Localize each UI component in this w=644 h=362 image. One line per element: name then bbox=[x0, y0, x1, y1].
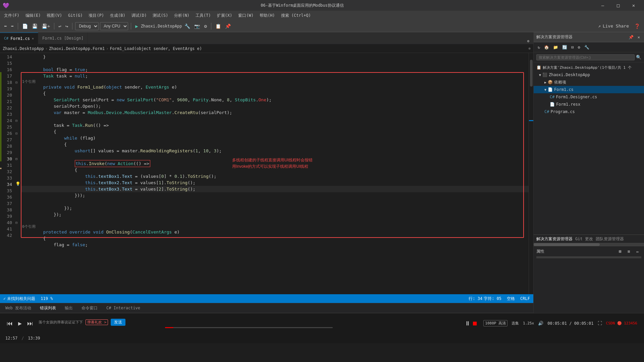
save-button[interactable]: 💾 bbox=[31, 23, 39, 30]
forward-button[interactable]: ➡ bbox=[9, 23, 15, 30]
se-form1-cs[interactable]: ▼ 📄 Form1.cs bbox=[534, 86, 644, 93]
se-project[interactable]: ▼ ⬛ Zhaoxi.DesktopApp bbox=[534, 71, 644, 79]
se-wrench-button[interactable]: 🔧 bbox=[583, 44, 591, 50]
video-select[interactable]: 选集 bbox=[512, 321, 519, 326]
se-btab-git[interactable]: Git 更改 bbox=[575, 236, 593, 242]
video-speed[interactable]: 1.25x bbox=[523, 321, 534, 325]
se-settings-button[interactable]: ⚙ bbox=[576, 44, 581, 50]
prop-scrollbar[interactable] bbox=[536, 256, 641, 258]
se-solution-root[interactable]: 📋 解决方案'Zhaoxi.DesktopApp'(1个项目/共 1 个 bbox=[534, 64, 644, 71]
se-btab-solution[interactable]: 解决方案资源管理器 bbox=[536, 236, 573, 242]
prop-icon-1[interactable]: ⊞ bbox=[616, 248, 624, 255]
bottom-tab-output[interactable]: 输出 bbox=[61, 304, 77, 312]
scroll-thumb[interactable] bbox=[530, 60, 533, 87]
stop-button[interactable]: ⏹ bbox=[472, 320, 478, 327]
menu-window[interactable]: 窗口(W) bbox=[235, 11, 256, 20]
bc-part-2[interactable]: Zhaoxi.DesktopApp.Form1 bbox=[49, 46, 105, 51]
status-encoding[interactable]: CRLF bbox=[520, 296, 530, 302]
video-send-btn[interactable]: 发送 bbox=[111, 319, 125, 326]
save-all-button[interactable]: 💾+ bbox=[40, 23, 51, 30]
se-program-cs[interactable]: C# Program.cs bbox=[534, 108, 644, 115]
se-dependencies[interactable]: ▶ 📦 依赖项 bbox=[534, 79, 644, 86]
fold-21 bbox=[15, 98, 21, 105]
back-button[interactable]: ⬅ bbox=[3, 23, 8, 30]
video-badge[interactable]: 弹幕礼欢 > bbox=[86, 319, 108, 325]
toolbar-btn-6[interactable]: 📷 bbox=[193, 23, 201, 30]
bc-part-3[interactable]: Form1_Load(object sender, EventArgs e) bbox=[110, 46, 202, 51]
bottom-tab-web[interactable]: Web 发布活动 bbox=[1, 304, 35, 312]
menu-analyze[interactable]: 分析(N) bbox=[171, 11, 192, 20]
status-spaces[interactable]: 空格 bbox=[507, 296, 515, 302]
toolbar-help-button[interactable]: ❓ bbox=[633, 23, 641, 30]
toolbar-btn-5[interactable]: 🔧 bbox=[183, 23, 192, 30]
debug-config-dropdown[interactable]: Debug bbox=[75, 22, 99, 30]
menu-project[interactable]: 项目(P) bbox=[86, 11, 107, 20]
play-button[interactable]: ▶ bbox=[18, 320, 22, 327]
pause-button[interactable]: ⏸ bbox=[465, 320, 471, 327]
se-form1-resx[interactable]: 📄 Form1.resx bbox=[534, 101, 644, 108]
menu-extensions[interactable]: 扩展(X) bbox=[214, 11, 235, 20]
menu-test[interactable]: 测试(S) bbox=[150, 11, 171, 20]
menu-help[interactable]: 帮助(H) bbox=[257, 11, 278, 20]
se-folder-button[interactable]: 📁 bbox=[552, 44, 559, 50]
prev-button[interactable]: ⏮ bbox=[7, 320, 13, 327]
se-form1-designer[interactable]: C# Form1.Designer.cs bbox=[534, 93, 644, 101]
tab-form1-cs[interactable]: C# Form1.cs ✕ bbox=[0, 33, 38, 44]
editor-scrollbar[interactable] bbox=[529, 53, 533, 294]
code-area[interactable]: } bool flag = true; Task task = null; 1个… bbox=[21, 53, 529, 294]
se-btab-team[interactable]: 团队资源管理器 bbox=[596, 236, 624, 242]
menu-debug[interactable]: 调试(D) bbox=[129, 11, 150, 20]
menu-file[interactable]: 文件(F) bbox=[1, 11, 22, 20]
minimize-button[interactable]: — bbox=[595, 0, 610, 11]
fold-26[interactable]: ⊟ bbox=[15, 130, 21, 137]
close-icon[interactable]: ✕ bbox=[32, 37, 34, 40]
live-share-button[interactable]: ↗ Live Share bbox=[595, 22, 632, 30]
video-fullscreen[interactable]: ⛶ bbox=[598, 321, 602, 326]
toolbar-btn-7[interactable]: ⚙ bbox=[203, 23, 208, 30]
redo-button[interactable]: ↪ bbox=[64, 23, 69, 30]
video-quality[interactable]: 1080P 高清 bbox=[483, 320, 507, 326]
se-sync-button[interactable]: ↻ bbox=[536, 44, 541, 50]
status-error[interactable]: ✓ 未找到相关问题 bbox=[3, 296, 35, 302]
se-refresh-button[interactable]: 🔄 bbox=[561, 44, 569, 50]
undo-button[interactable]: ↩ bbox=[57, 23, 62, 30]
fold-30[interactable]: ⊟ bbox=[15, 156, 21, 162]
menu-view[interactable]: 视图(V) bbox=[44, 11, 65, 20]
new-file-button[interactable]: 📄 bbox=[21, 23, 29, 30]
status-row[interactable]: 行: 34 字符: 05 bbox=[469, 296, 501, 302]
se-collapse-button[interactable]: ⊟ bbox=[570, 44, 575, 50]
prop-icon-2[interactable]: ≡ bbox=[625, 248, 633, 255]
menu-edit[interactable]: 编辑(E) bbox=[23, 11, 44, 20]
bottom-tab-cmd[interactable]: 命令窗口 bbox=[77, 304, 102, 312]
menu-tools[interactable]: 工具(T) bbox=[193, 11, 214, 20]
se-search-input[interactable] bbox=[536, 54, 635, 60]
toolbar-btn-8[interactable]: 📋 bbox=[214, 23, 222, 30]
bottom-tab-errors[interactable]: 错误列表 bbox=[36, 304, 60, 312]
se-pin-button[interactable]: 📌 bbox=[627, 34, 635, 40]
prop-icon-3[interactable]: ✏ bbox=[634, 248, 641, 255]
video-volume[interactable]: 🔊 bbox=[538, 321, 543, 326]
fold-18[interactable]: ⊟ bbox=[15, 79, 21, 86]
toolbar-btn-9[interactable]: 📌 bbox=[224, 23, 232, 30]
bottom-tab-interactive[interactable]: C# Interactive bbox=[102, 304, 144, 312]
maximize-button[interactable]: □ bbox=[610, 0, 626, 11]
menu-git[interactable]: Git(G) bbox=[65, 12, 85, 19]
bc-part-1[interactable]: Zhaoxi.DesktopApp bbox=[3, 46, 44, 51]
se-home-button[interactable]: 🏠 bbox=[543, 44, 550, 50]
close-button[interactable]: ✕ bbox=[626, 0, 641, 11]
editor-content[interactable]: 14 15 16 17 18 19 20 21 22 23 24 25 26 2… bbox=[0, 53, 533, 294]
platform-dropdown[interactable]: Any CPU bbox=[100, 22, 128, 30]
se-scroll-thumb[interactable] bbox=[534, 243, 600, 246]
start-button[interactable]: ▶ bbox=[134, 23, 139, 30]
se-scrollbar[interactable] bbox=[534, 243, 644, 246]
tab-form1-design[interactable]: Form1.cs [Design] bbox=[38, 33, 88, 44]
se-close-button[interactable]: ✕ bbox=[636, 34, 641, 40]
menu-build[interactable]: 生成(B) bbox=[107, 11, 128, 20]
tab-scroll-right[interactable]: ⚙ bbox=[526, 38, 531, 44]
menu-search[interactable]: 搜索 (Ctrl+Q) bbox=[278, 11, 314, 20]
status-zoom[interactable]: 119 % bbox=[41, 296, 53, 301]
fold-24[interactable]: ⊟ bbox=[15, 117, 21, 124]
next-button[interactable]: ⏭ bbox=[27, 320, 33, 327]
fold-40[interactable]: ⊟ bbox=[15, 219, 21, 226]
video-progress-bar[interactable] bbox=[165, 327, 333, 328]
